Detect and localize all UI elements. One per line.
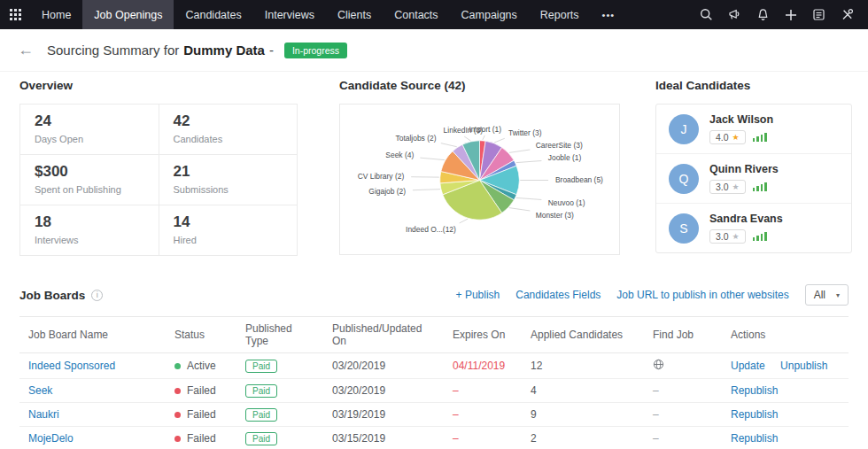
col-applied-candidates: Applied Candidates: [522, 317, 644, 353]
stat-value: 14: [174, 213, 283, 231]
pie-leader-line: [460, 219, 468, 223]
rating-value: 4.0: [716, 132, 729, 143]
pie-label-10: Seek (4): [385, 151, 414, 159]
back-arrow-icon[interactable]: ←: [18, 41, 34, 59]
add-icon[interactable]: [785, 9, 797, 21]
pie-leader-line: [464, 136, 470, 141]
info-icon[interactable]: i: [91, 290, 103, 301]
nav-contacts[interactable]: Contacts: [383, 0, 449, 29]
applied-count: 2: [522, 427, 644, 449]
find-job-empty: –: [644, 379, 722, 403]
status-dot: [174, 436, 181, 442]
status-dot: [174, 388, 181, 394]
stat-submissions: 21 Submissions: [159, 155, 298, 205]
status-badge: In-progress: [284, 43, 347, 58]
expires-date: –: [444, 379, 522, 403]
pie-leader-line: [516, 161, 542, 163]
job-url-link[interactable]: Job URL to publish in other websites: [616, 289, 788, 301]
nav-clients[interactable]: Clients: [326, 0, 383, 29]
star-icon: ★: [732, 233, 740, 241]
setup-icon[interactable]: [841, 8, 854, 21]
rating-badge: 4.0 ★: [709, 130, 746, 144]
candidate-item-sandra-evans[interactable]: S Sandra Evans 3.0 ★: [656, 204, 851, 252]
find-job-empty: –: [644, 427, 722, 449]
chevron-down-icon: ▾: [836, 291, 840, 299]
pie-label-7: Indeed O...(12): [406, 225, 456, 234]
candidate-source-chart: Import (1)Twitter (3)CareerSite (3)Joobl…: [339, 104, 620, 255]
expires-date: –: [444, 427, 522, 449]
find-job-globe-icon[interactable]: [653, 360, 664, 373]
pie-label-2: CareerSite (3): [536, 141, 583, 150]
publish-link[interactable]: + Publish: [456, 289, 500, 301]
candidate-item-quinn-rivers[interactable]: Q Quinn Rivers 3.0 ★: [656, 154, 851, 204]
stat-candidates: 42 Candidates: [159, 105, 298, 155]
rating-value: 3.0: [716, 231, 729, 242]
table-row: Seek Failed Paid 03/20/2019 – 4 – Republ…: [19, 379, 849, 403]
candidate-source-section: Candidate Source (42) Import (1)Twitter …: [339, 79, 620, 255]
job-board-link[interactable]: Naukri: [28, 408, 59, 421]
signal-bars-icon: [753, 232, 767, 241]
nav-interviews[interactable]: Interviews: [253, 0, 326, 29]
stat-label: Candidates: [174, 134, 283, 144]
avatar: S: [669, 213, 699, 244]
nav-more[interactable]: •••: [591, 0, 627, 29]
col-expires-on: Expires On: [444, 317, 522, 353]
pie-label-5: Neuvoo (1): [548, 198, 585, 207]
ideal-candidates-list: J Jack Wilson 4.0 ★ Q Quinn Rivers: [655, 104, 852, 253]
filter-select[interactable]: All ▾: [805, 284, 849, 306]
pie-label-12: LinkedIn (3): [444, 126, 484, 135]
published-date: 03/15/2019: [323, 427, 444, 449]
candidate-name: Sandra Evans: [709, 213, 783, 225]
nav-reports[interactable]: Reports: [529, 0, 591, 29]
signal-bars-icon: [753, 182, 767, 191]
ideal-candidates-section: Ideal Candidates J Jack Wilson 4.0 ★ Q: [655, 79, 852, 253]
nav-right-icons: [700, 0, 868, 29]
col-find-job: Find Job: [644, 317, 722, 353]
search-icon[interactable]: [700, 8, 713, 21]
table-row: Naukri Failed Paid 03/19/2019 – 9 – Repu…: [19, 403, 849, 427]
published-date: 03/19/2019: [323, 403, 444, 427]
status-text: Failed: [187, 408, 216, 421]
stat-days-open: 24 Days Open: [20, 105, 159, 155]
job-board-link[interactable]: Seek: [28, 384, 52, 397]
republish-link[interactable]: Republish: [731, 432, 778, 445]
rating-value: 3.0: [716, 182, 729, 192]
nav-campaigns[interactable]: Campaigns: [450, 0, 529, 29]
page-header: ← Sourcing Summary for Dummy Data - In-p…: [0, 29, 868, 72]
announcement-icon[interactable]: [728, 8, 741, 21]
job-board-link[interactable]: MojeDelo: [28, 432, 74, 445]
table-row: Indeed Sponsored Active Paid 03/20/2019 …: [19, 353, 849, 379]
nav-candidates[interactable]: Candidates: [174, 0, 252, 29]
paid-badge: Paid: [245, 384, 277, 398]
candidates-fields-link[interactable]: Candidates Fields: [515, 289, 601, 301]
candidate-item-jack-wilson[interactable]: J Jack Wilson 4.0 ★: [656, 105, 851, 154]
nav-job-openings[interactable]: Job Openings: [82, 0, 174, 29]
find-job-empty: –: [644, 403, 722, 427]
apps-grid-icon[interactable]: [0, 0, 30, 29]
update-link[interactable]: Update: [731, 360, 765, 372]
pie-leader-line: [420, 158, 445, 159]
job-boards-title: Job Boards: [19, 289, 85, 302]
rating-badge: 3.0 ★: [709, 229, 746, 244]
notification-bell-icon[interactable]: [756, 8, 770, 21]
nav-home[interactable]: Home: [30, 0, 82, 29]
applied-count: 12: [522, 353, 644, 379]
recent-items-icon[interactable]: [812, 8, 825, 21]
status-dot: [174, 412, 181, 418]
title-prefix: Sourcing Summary for: [47, 43, 179, 58]
unpublish-link[interactable]: Unpublish: [780, 360, 827, 372]
status-text: Failed: [187, 384, 216, 397]
overview-section: Overview 24 Days Open 42 Candidates $300…: [19, 79, 298, 256]
republish-link[interactable]: Republish: [731, 408, 778, 421]
applied-count: 9: [522, 403, 644, 427]
overview-title: Overview: [19, 79, 298, 92]
paid-badge: Paid: [245, 432, 277, 445]
stat-value: $300: [35, 163, 144, 181]
job-board-link[interactable]: Indeed Sponsored: [28, 360, 115, 372]
republish-link[interactable]: Republish: [731, 384, 778, 397]
status-text: Active: [187, 360, 216, 372]
candidate-name: Quinn Rivers: [709, 163, 779, 175]
stat-value: 42: [174, 112, 283, 130]
expires-date: –: [444, 403, 522, 427]
candidate-source-pie: Import (1)Twitter (3)CareerSite (3)Joobl…: [340, 105, 619, 254]
